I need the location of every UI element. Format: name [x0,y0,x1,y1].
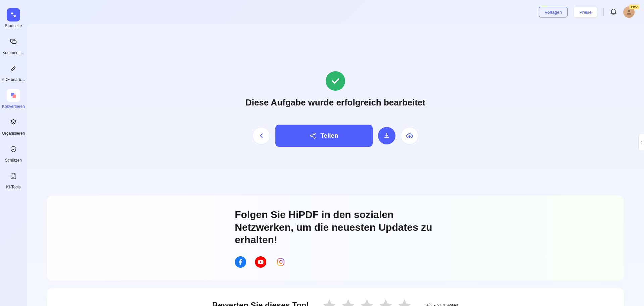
svg-rect-3 [12,41,16,43]
cloud-upload-button[interactable] [401,127,418,144]
sidebar-item-label: Kommenti… [2,50,24,55]
facebook-icon [237,259,244,265]
star-icon [397,298,412,306]
star-4[interactable] [378,298,393,306]
svg-rect-0 [11,12,13,14]
star-1[interactable] [322,298,337,306]
sidebar-item-label: Konvertieren [2,104,25,109]
side-panel-toggle[interactable] [639,134,644,150]
star-2[interactable] [341,298,356,306]
topbar-divider [603,8,604,16]
user-avatar[interactable]: PRO [623,6,635,18]
download-button[interactable] [378,127,395,144]
sidebar: Startseite Kommenti… PDF bearb… Konverti… [0,0,27,306]
sidebar-item-label: Schützen [5,158,22,163]
chevron-left-icon [640,141,643,144]
star-icon [378,298,393,306]
svg-rect-1 [14,15,16,17]
templates-button[interactable]: Vorlagen [539,7,568,17]
star-3[interactable] [360,298,374,306]
pricing-label: Preise [579,10,592,15]
pricing-button[interactable]: Preise [574,7,597,17]
svg-rect-5 [13,95,16,98]
sidebar-item-label: Startseite [5,24,22,28]
svg-point-13 [279,260,282,263]
star-5[interactable] [397,298,412,306]
sidebar-item-comment[interactable]: Kommenti… [0,35,27,55]
follow-title: Folgen Sie HiPDF in den sozialen Netzwer… [235,208,449,246]
svg-rect-6 [11,174,16,179]
shield-icon [7,142,20,156]
edit-icon [7,62,20,75]
sidebar-item-ai-tools[interactable]: KI-Tools [0,169,27,189]
sidebar-item-label: KI-Tools [6,185,20,189]
instagram-link[interactable] [275,256,286,268]
sidebar-item-convert[interactable]: Konvertieren [0,89,27,109]
instagram-icon [276,258,285,266]
rate-title: Bewerten Sie dieses Tool [212,301,309,306]
main-content: Diese Aufgabe wurde erfolgreich bearbeit… [27,24,644,306]
ai-tools-icon [7,169,20,183]
social-links [235,256,600,268]
sidebar-item-home[interactable]: Startseite [0,8,27,28]
action-row: Teilen [253,125,418,147]
star-icon [360,298,374,306]
share-button[interactable]: Teilen [275,125,373,147]
follow-card: Folgen Sie HiPDF in den sozialen Netzwer… [47,195,624,280]
pro-badge: PRO [629,4,639,9]
success-section: Diese Aufgabe wurde erfolgreich bearbeit… [246,71,426,147]
success-title: Diese Aufgabe wurde erfolgreich bearbeit… [246,97,426,108]
share-label: Teilen [320,132,338,139]
notifications-button[interactable] [610,8,617,16]
download-icon [383,132,390,139]
comment-icon [7,35,20,48]
sidebar-item-label: PDF bearb… [2,77,25,82]
facebook-link[interactable] [235,256,246,268]
youtube-icon [257,259,264,265]
success-check-icon [326,71,345,91]
rate-card: Bewerten Sie dieses Tool 3/5 - 264 votes [47,288,624,306]
cloud-upload-icon [406,132,413,139]
sidebar-item-label: Organisieren [2,131,25,136]
sidebar-item-editpdf[interactable]: PDF bearb… [0,62,27,82]
organize-icon [7,116,20,129]
sidebar-item-organize[interactable]: Organisieren [0,116,27,136]
rate-votes: 3/5 - 264 votes [425,302,459,306]
star-icon [322,298,337,306]
convert-icon [7,89,20,102]
svg-point-7 [628,10,630,12]
youtube-link[interactable] [255,256,266,268]
svg-point-14 [282,259,283,260]
star-icon [341,298,356,306]
share-icon [310,132,316,139]
sidebar-item-protect[interactable]: Schützen [0,142,27,163]
templates-label: Vorlagen [545,10,562,15]
chevron-left-icon [258,132,265,139]
home-icon [7,8,20,21]
back-button[interactable] [253,127,270,144]
star-rating [322,298,412,306]
topbar: Vorlagen Preise PRO [27,0,644,24]
